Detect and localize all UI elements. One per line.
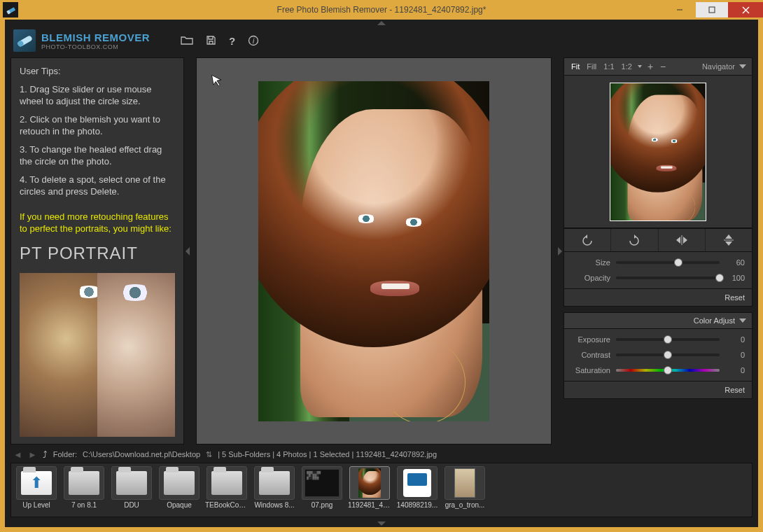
thumbnail-label: 1192481_42... bbox=[348, 501, 391, 509]
tip-item: 1. Drag Size slider or use mouse wheel t… bbox=[20, 83, 175, 108]
promo-text: If you need more retouching features to … bbox=[20, 211, 175, 235]
expand-bottom-handle[interactable] bbox=[5, 520, 758, 527]
info-icon[interactable]: i bbox=[248, 35, 259, 47]
zoom-dropdown-icon[interactable] bbox=[638, 65, 642, 68]
thumbnail-label: DDU bbox=[110, 501, 153, 509]
canvas[interactable] bbox=[196, 57, 552, 444]
thumbnail-icon bbox=[159, 466, 200, 500]
thumbnail-label: Windows 8... bbox=[253, 501, 296, 509]
window-title: Free Photo Blemish Remover - 1192481_424… bbox=[0, 5, 763, 15]
nav-forward-icon[interactable]: ► bbox=[28, 449, 37, 460]
zoom-out-icon[interactable]: − bbox=[659, 61, 667, 72]
brand-sub: PHOTO-TOOLBOX.COM bbox=[41, 43, 150, 50]
thumbnail-icon bbox=[397, 466, 438, 500]
opacity-label: Opacity bbox=[571, 274, 610, 282]
thumbnail-icon bbox=[64, 466, 104, 500]
zoom-1-1[interactable]: 1:1 bbox=[602, 62, 615, 71]
thumbnail-label: TEBookCon... bbox=[205, 501, 248, 509]
tip-item: 4. To delete a spot, select one of the c… bbox=[20, 174, 175, 198]
help-icon[interactable]: ? bbox=[229, 35, 235, 47]
expand-top-handle[interactable] bbox=[5, 20, 758, 27]
thumbnail-strip: ⬆Up Level7 on 8.1DDUOpaqueTEBookCon...Wi… bbox=[10, 463, 752, 517]
promo-image[interactable] bbox=[20, 273, 175, 437]
exposure-slider[interactable] bbox=[616, 338, 720, 341]
thumbnail-item[interactable]: ▓▓▓░░▓▓░▓░▓▓░▓░░▓▓▓07.png bbox=[300, 466, 344, 514]
rotate-right-icon[interactable] bbox=[611, 229, 658, 251]
rotate-left-icon[interactable] bbox=[564, 229, 611, 251]
thumbnail-item[interactable]: DDU bbox=[109, 466, 154, 514]
chevron-down-icon bbox=[739, 318, 746, 323]
transform-tools bbox=[564, 228, 752, 252]
contrast-value: 0 bbox=[725, 351, 745, 359]
window-close-button[interactable] bbox=[728, 2, 763, 18]
svg-text:i: i bbox=[253, 37, 255, 45]
user-tips-panel: User Tips: 1. Drag Size slider or use mo… bbox=[10, 57, 184, 444]
chevron-down-icon[interactable] bbox=[739, 64, 746, 69]
thumbnail-item[interactable]: gra_o_tron... bbox=[442, 466, 487, 514]
svg-rect-3 bbox=[709, 7, 715, 13]
right-panel: Fit Fill 1:1 1:2 + − Navigator bbox=[564, 57, 752, 444]
tip-item: 2. Click on the blemish you want to reto… bbox=[20, 113, 175, 138]
collapse-left-handle[interactable] bbox=[184, 57, 191, 444]
flip-horizontal-icon[interactable] bbox=[659, 229, 706, 251]
thumbnail-icon bbox=[444, 466, 485, 500]
flip-vertical-icon[interactable] bbox=[706, 229, 752, 251]
app-logo: BLEMISH REMOVER PHOTO-TOOLBOX.COM bbox=[13, 29, 150, 52]
zoom-in-icon[interactable]: + bbox=[646, 61, 654, 72]
navigator-title[interactable]: Navigator bbox=[702, 62, 735, 71]
window-maximize-button[interactable] bbox=[696, 2, 728, 18]
nav-up-icon[interactable]: ⤴ bbox=[43, 449, 48, 460]
cursor-icon bbox=[211, 73, 224, 88]
saturation-value: 0 bbox=[725, 366, 745, 374]
color-reset-button[interactable]: Reset bbox=[564, 382, 752, 399]
thumbnail-label: 140898219... bbox=[396, 501, 439, 509]
zoom-1-2[interactable]: 1:2 bbox=[620, 62, 634, 71]
color-adjust-title: Color Adjust bbox=[694, 316, 735, 325]
thumbnail-label: Opaque bbox=[158, 501, 201, 509]
contrast-slider-row: Contrast 0 bbox=[571, 347, 745, 363]
thumbnail-label: gra_o_tron... bbox=[443, 501, 486, 509]
thumbnail-item[interactable]: Opaque bbox=[157, 466, 202, 514]
exposure-value: 0 bbox=[725, 335, 745, 344]
color-adjust-header[interactable]: Color Adjust bbox=[564, 312, 752, 329]
promo-title[interactable]: PT PORTRAIT bbox=[20, 242, 175, 265]
tool-reset-button[interactable]: Reset bbox=[564, 289, 752, 307]
thumbnail-item[interactable]: ⬆Up Level bbox=[14, 466, 59, 514]
navigator-preview[interactable] bbox=[564, 76, 752, 228]
folder-path[interactable]: C:\Users\Download.net.pl\Desktop bbox=[83, 450, 200, 458]
path-summary: | 5 Sub-Folders | 4 Photos | 1 Selected … bbox=[218, 450, 437, 458]
size-label: Size bbox=[571, 258, 610, 267]
thumbnail-item[interactable]: Windows 8... bbox=[252, 466, 297, 514]
open-file-icon[interactable] bbox=[181, 35, 193, 47]
thumbnail-icon bbox=[206, 466, 247, 500]
saturation-slider-row: Saturation 0 bbox=[571, 363, 745, 378]
path-sort-icon[interactable]: ⇅ bbox=[206, 450, 212, 459]
thumbnail-icon bbox=[111, 466, 152, 500]
saturation-label: Saturation bbox=[571, 366, 610, 374]
opacity-slider[interactable] bbox=[616, 276, 720, 279]
thumbnail-item[interactable]: 7 on 8.1 bbox=[62, 466, 106, 514]
contrast-slider[interactable] bbox=[616, 354, 720, 356]
size-value: 60 bbox=[725, 258, 745, 267]
thumbnail-item[interactable]: 1192481_42... bbox=[347, 466, 392, 514]
collapse-right-handle[interactable] bbox=[556, 57, 564, 444]
main-photo[interactable] bbox=[258, 81, 489, 421]
nav-back-icon[interactable]: ◄ bbox=[13, 449, 22, 460]
size-slider[interactable] bbox=[616, 261, 720, 264]
app-header: BLEMISH REMOVER PHOTO-TOOLBOX.COM ? i bbox=[5, 27, 758, 55]
contrast-label: Contrast bbox=[571, 351, 610, 359]
size-slider-row: Size 60 bbox=[571, 255, 745, 270]
thumbnail-item[interactable]: TEBookCon... bbox=[204, 466, 249, 514]
thumbnail-item[interactable]: 140898219... bbox=[395, 466, 440, 514]
opacity-value: 100 bbox=[725, 274, 745, 282]
zoom-fill[interactable]: Fill bbox=[585, 62, 598, 71]
thumbnail-label: Up Level bbox=[15, 501, 58, 509]
save-icon[interactable] bbox=[206, 35, 216, 47]
saturation-slider[interactable] bbox=[616, 369, 720, 372]
opacity-slider-row: Opacity 100 bbox=[571, 270, 745, 286]
exposure-label: Exposure bbox=[571, 335, 610, 344]
bandage-icon bbox=[13, 29, 36, 52]
window-minimize-button[interactable] bbox=[664, 2, 696, 18]
path-bar: ◄ ► ⤴ Folder: C:\Users\Download.net.pl\D… bbox=[5, 446, 758, 463]
zoom-fit[interactable]: Fit bbox=[570, 62, 581, 71]
